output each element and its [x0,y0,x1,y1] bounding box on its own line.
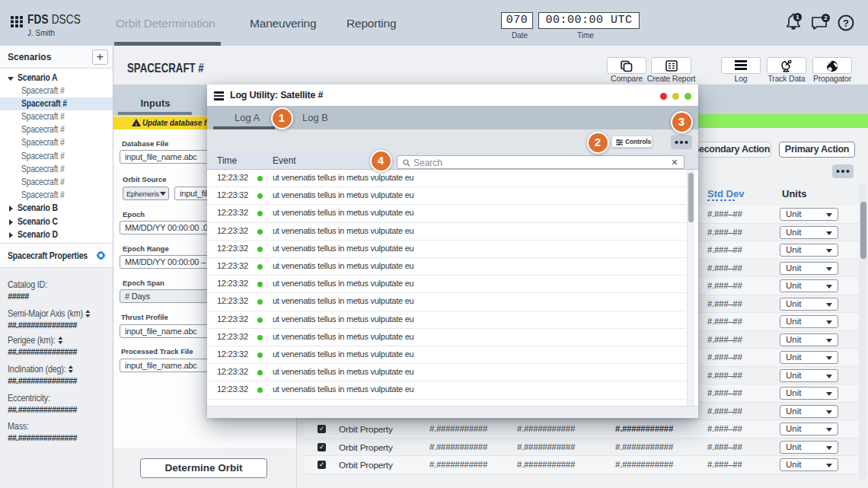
svg-text:1: 1 [796,14,799,21]
svg-text:?: ? [843,18,849,29]
svg-text:2: 2 [824,14,828,21]
